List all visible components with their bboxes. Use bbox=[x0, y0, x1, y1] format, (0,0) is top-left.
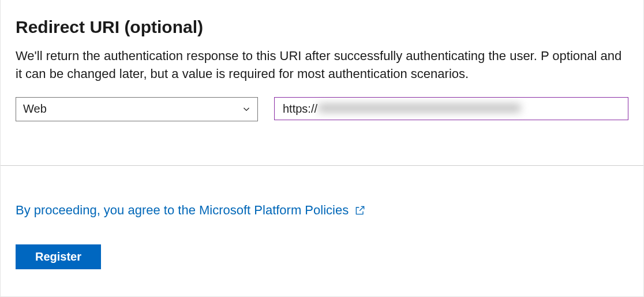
uri-prefix: https:// bbox=[283, 102, 317, 116]
input-row: Web https:// bbox=[1, 97, 643, 121]
section-heading: Redirect URI (optional) bbox=[16, 17, 628, 37]
bottom-section: By proceeding, you agree to the Microsof… bbox=[1, 166, 643, 269]
section-top: Redirect URI (optional) We'll return the… bbox=[1, 0, 643, 83]
uri-redacted-value bbox=[319, 103, 521, 113]
redirect-uri-input[interactable]: https:// bbox=[274, 97, 628, 120]
platform-select[interactable]: Web bbox=[16, 97, 258, 121]
platform-policies-link[interactable]: By proceeding, you agree to the Microsof… bbox=[16, 203, 366, 218]
chevron-down-icon bbox=[241, 104, 252, 114]
register-button[interactable]: Register bbox=[16, 244, 101, 269]
policies-link-text: By proceeding, you agree to the Microsof… bbox=[16, 203, 349, 218]
uri-content: https:// bbox=[283, 101, 521, 116]
redirect-uri-panel: Redirect URI (optional) We'll return the… bbox=[0, 0, 644, 297]
external-link-icon bbox=[354, 205, 366, 216]
section-description: We'll return the authentication response… bbox=[16, 47, 628, 83]
platform-select-value: Web bbox=[23, 102, 47, 116]
